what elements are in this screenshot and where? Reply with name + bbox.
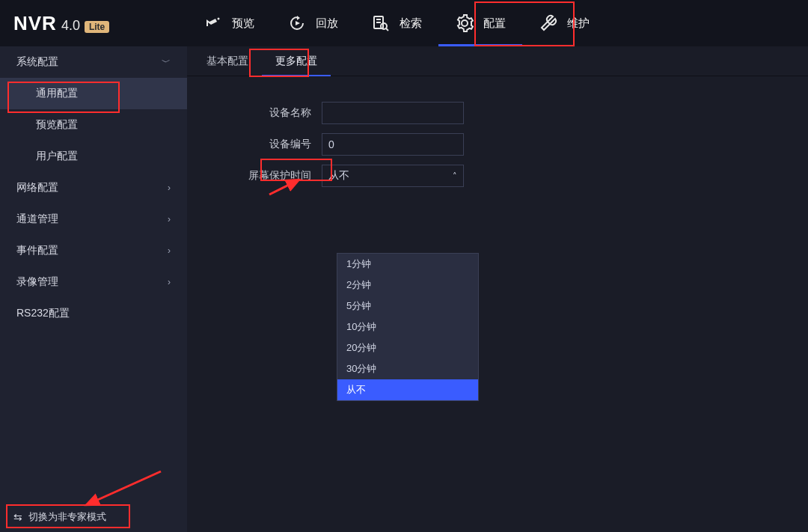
screensave-select[interactable]: 从不 ˄: [322, 165, 464, 187]
sidebar-item-label: 录像管理: [16, 275, 58, 289]
wrench-icon: [539, 13, 558, 33]
device-name-label: 设备名称: [195, 106, 322, 120]
sidebar-item-user[interactable]: 用户配置: [0, 141, 187, 172]
nav-maintenance[interactable]: 维护: [522, 0, 606, 46]
sidebar-item-label: 事件配置: [16, 244, 58, 257]
logo-version: 4.0: [61, 18, 80, 34]
nav-preview-label: 预览: [232, 16, 254, 31]
sidebar-item-channel[interactable]: 通道管理 ›: [0, 204, 187, 235]
nav-config-label: 配置: [483, 16, 506, 31]
tabs: 基本配置 更多配置: [187, 46, 808, 76]
main-panel: 基本配置 更多配置 设备名称 设备编号 屏幕保护时间 从不 ˄: [187, 46, 808, 532]
chevron-right-icon: ›: [168, 277, 171, 287]
search-file-icon: [371, 13, 391, 33]
chevron-right-icon: ›: [168, 183, 171, 193]
nav-search[interactable]: 检索: [355, 0, 438, 46]
top-bar: NVR 4.0 Lite 预览 回放 检索 配置: [0, 0, 808, 46]
chevron-down-icon: ﹀: [162, 56, 171, 69]
tab-more[interactable]: 更多配置: [262, 46, 331, 76]
nav-playback-label: 回放: [316, 16, 338, 31]
sidebar-item-network[interactable]: 网络配置 ›: [0, 172, 187, 204]
screensave-value: 从不: [328, 169, 349, 183]
screensave-option[interactable]: 20分钟: [337, 337, 478, 358]
swap-icon: ⇆: [13, 511, 22, 523]
chevron-right-icon: ›: [168, 245, 171, 256]
svg-marker-1: [296, 21, 300, 25]
chevron-up-icon: ˄: [453, 171, 457, 181]
sidebar: 系统配置 ﹀ 通用配置 预览配置 用户配置 网络配置 › 通道管理 › 事件配置…: [0, 46, 187, 532]
screensave-label: 屏幕保护时间: [195, 169, 322, 183]
nav-config[interactable]: 配置: [438, 0, 522, 46]
tab-basic[interactable]: 基本配置: [193, 46, 262, 76]
sidebar-item-label: RS232配置: [16, 307, 70, 320]
screensave-option[interactable]: 2分钟: [337, 275, 478, 296]
device-no-label: 设备编号: [195, 138, 322, 151]
playback-icon: [287, 13, 307, 33]
sidebar-item-label: 通用配置: [36, 87, 78, 100]
nav-preview[interactable]: 预览: [187, 0, 271, 46]
sidebar-item-label: 用户配置: [36, 150, 78, 163]
svg-line-6: [386, 28, 388, 31]
sidebar-item-label: 系统配置: [16, 55, 58, 69]
screensave-dropdown: 1分钟2分钟5分钟10分钟20分钟30分钟从不: [337, 253, 479, 401]
screensave-option[interactable]: 30分钟: [337, 358, 478, 379]
sidebar-item-label: 网络配置: [16, 181, 58, 195]
gear-icon: [455, 13, 474, 33]
screensave-option[interactable]: 1分钟: [337, 254, 478, 275]
screensave-option[interactable]: 10分钟: [337, 317, 478, 337]
sidebar-item-label: 通道管理: [16, 213, 58, 226]
logo-name: NVR: [13, 12, 57, 35]
top-nav: 预览 回放 检索 配置 维护: [187, 0, 606, 46]
device-no-input[interactable]: [322, 133, 464, 156]
camera-icon: [203, 13, 223, 33]
mode-switch-button[interactable]: ⇆ 切换为非专家模式: [0, 502, 187, 532]
device-name-input[interactable]: [322, 102, 464, 124]
logo-edition: Lite: [85, 21, 109, 33]
screensave-option[interactable]: 从不: [337, 379, 478, 400]
nav-maintenance-label: 维护: [567, 16, 590, 31]
logo: NVR 4.0 Lite: [0, 12, 187, 35]
tab-label: 基本配置: [206, 55, 248, 68]
sidebar-item-general[interactable]: 通用配置: [0, 78, 187, 109]
sidebar-item-system[interactable]: 系统配置 ﹀: [0, 46, 187, 78]
chevron-right-icon: ›: [168, 214, 171, 224]
sidebar-item-record[interactable]: 录像管理 ›: [0, 266, 187, 298]
sidebar-item-preview[interactable]: 预览配置: [0, 109, 187, 141]
sidebar-item-event[interactable]: 事件配置 ›: [0, 235, 187, 266]
tab-label: 更多配置: [275, 55, 317, 68]
mode-switch-label: 切换为非专家模式: [28, 510, 106, 524]
settings-form: 设备名称 设备编号 屏幕保护时间 从不 ˄: [187, 76, 808, 213]
sidebar-item-label: 预览配置: [36, 118, 78, 132]
nav-playback[interactable]: 回放: [271, 0, 355, 46]
nav-search-label: 检索: [400, 16, 422, 31]
screensave-option[interactable]: 5分钟: [337, 296, 478, 317]
svg-point-0: [218, 18, 220, 20]
sidebar-item-rs232[interactable]: RS232配置: [0, 298, 187, 329]
